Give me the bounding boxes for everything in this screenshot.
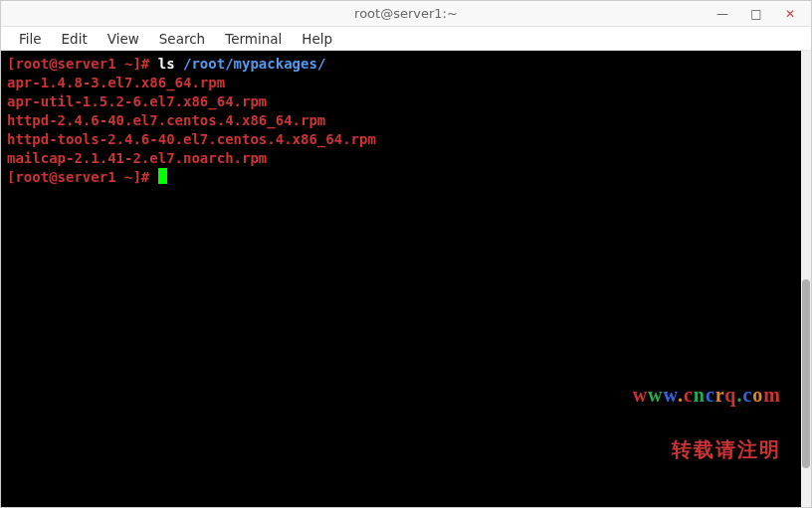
- maximize-icon: □: [750, 7, 761, 21]
- window-title: root@server1:~: [354, 6, 458, 21]
- watermark: www.cncrq.com 转载请注明: [633, 348, 781, 497]
- menu-file[interactable]: File: [9, 29, 52, 49]
- scrollbar[interactable]: [801, 51, 811, 507]
- menu-help[interactable]: Help: [292, 29, 342, 49]
- command-path: /root/mypackages/: [183, 56, 325, 72]
- close-button[interactable]: ✕: [773, 2, 807, 26]
- cursor: [158, 168, 167, 184]
- command-ls: ls: [158, 56, 183, 72]
- watermark-note: 转载请注明: [633, 440, 781, 459]
- terminal-window: root@server1:~ — □ ✕ File Edit View Sear…: [0, 0, 812, 508]
- prompt-1: [root@server1 ~]#: [7, 56, 158, 72]
- minimize-button[interactable]: —: [706, 2, 739, 26]
- output-line-2: apr-util-1.5.2-6.el7.x86_64.rpm: [7, 93, 267, 109]
- window-controls: — □ ✕: [706, 1, 807, 26]
- menubar: File Edit View Search Terminal Help: [1, 27, 811, 51]
- prompt-2: [root@server1 ~]#: [7, 169, 158, 185]
- watermark-url: www.cncrq.com: [633, 386, 781, 405]
- output-line-1: apr-1.4.8-3.el7.x86_64.rpm: [7, 75, 225, 90]
- scrollbar-thumb[interactable]: [802, 279, 810, 468]
- output-line-4: httpd-tools-2.4.6-40.el7.centos.4.x86_64…: [7, 131, 376, 147]
- output-line-3: httpd-2.4.6-40.el7.centos.4.x86_64.rpm: [7, 112, 325, 128]
- menu-view[interactable]: View: [98, 29, 149, 49]
- close-icon: ✕: [785, 7, 795, 21]
- minimize-icon: —: [716, 7, 728, 21]
- menu-search[interactable]: Search: [149, 29, 215, 49]
- titlebar: root@server1:~ — □ ✕: [1, 1, 811, 27]
- output-line-5: mailcap-2.1.41-2.el7.noarch.rpm: [7, 150, 267, 166]
- menu-edit[interactable]: Edit: [52, 29, 98, 49]
- menu-terminal[interactable]: Terminal: [215, 29, 292, 49]
- terminal-output[interactable]: [root@server1 ~]# ls /root/mypackages/ a…: [1, 51, 801, 507]
- maximize-button[interactable]: □: [739, 2, 773, 26]
- terminal-container: [root@server1 ~]# ls /root/mypackages/ a…: [1, 51, 811, 507]
